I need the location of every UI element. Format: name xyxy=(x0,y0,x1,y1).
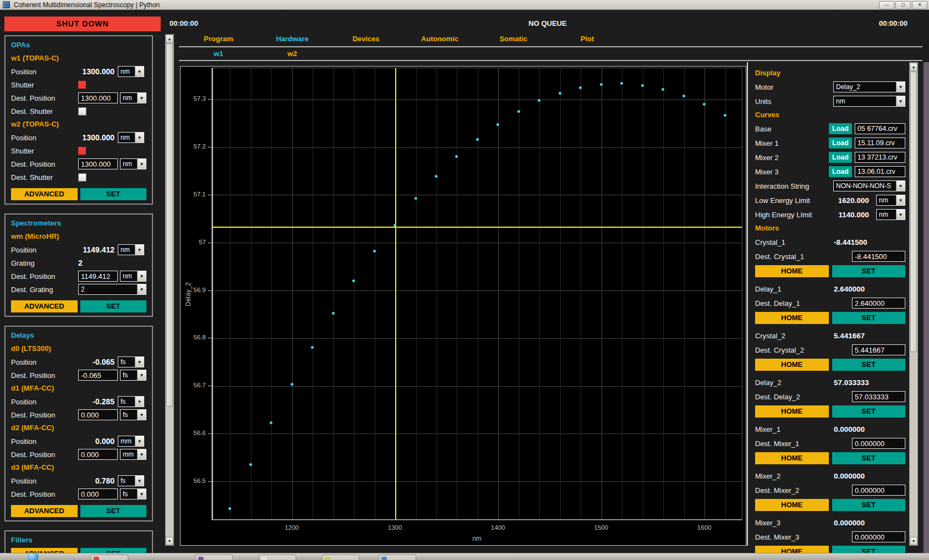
chevron-down-icon[interactable]: ▼ xyxy=(137,370,146,380)
base-load-button[interactable]: Load xyxy=(829,123,852,134)
units-dropdown[interactable]: nm▼ xyxy=(120,92,146,103)
dest-position-input[interactable]: 0.000 xyxy=(78,449,118,460)
units-dropdown[interactable]: fs▼ xyxy=(120,488,146,499)
scroll-down-button[interactable]: ▼ xyxy=(166,537,173,545)
taskbar-item-1[interactable] xyxy=(91,554,128,560)
dest-shutter-checkbox[interactable] xyxy=(78,173,86,182)
units-dropdown[interactable]: nm▼ xyxy=(118,66,144,77)
minimize-button[interactable]: — xyxy=(879,1,894,9)
scroll-up-button[interactable]: ▲ xyxy=(166,35,173,43)
dest-mixer-3-input[interactable]: 0.000000 xyxy=(852,531,905,542)
mixer-1-set-button[interactable]: SET xyxy=(832,452,906,464)
subtab-w1[interactable]: w1 xyxy=(182,49,255,59)
tab-autonomic[interactable]: Autonomic xyxy=(403,34,477,45)
plot-axes[interactable] xyxy=(211,68,742,520)
scroll-down-button[interactable]: ▼ xyxy=(910,537,917,545)
chevron-down-icon[interactable]: ▼ xyxy=(137,271,146,281)
scrollbar-thumb[interactable] xyxy=(166,43,173,407)
dest-mixer-1-input[interactable]: 0.000000 xyxy=(852,438,905,449)
dest-crystal-1-input[interactable]: -8.441500 xyxy=(852,251,905,262)
chevron-down-icon[interactable]: ▼ xyxy=(137,449,146,459)
tab-plot[interactable]: Plot xyxy=(550,34,624,45)
units-dropdown[interactable]: nm▼ xyxy=(118,244,144,255)
scrollbar-thumb[interactable] xyxy=(910,72,917,352)
dest-position-input[interactable]: 1300.000 xyxy=(78,158,118,169)
chevron-down-icon[interactable]: ▼ xyxy=(135,476,144,486)
mixer-2-home-button[interactable]: HOME xyxy=(755,499,829,511)
mixer-1-home-button[interactable]: HOME xyxy=(755,452,829,464)
scroll-up-button[interactable]: ▲ xyxy=(910,63,917,71)
units-dropdown[interactable]: fs▼ xyxy=(120,409,146,420)
mixer-3-set-button[interactable]: SET xyxy=(832,546,906,553)
delay-2-home-button[interactable]: HOME xyxy=(755,405,829,418)
delay-1-home-button[interactable]: HOME xyxy=(755,312,829,324)
chevron-down-icon[interactable]: ▼ xyxy=(135,357,144,367)
shut-down-button[interactable]: SHUT DOWN xyxy=(4,17,161,31)
crystal-2-set-button[interactable]: SET xyxy=(832,359,906,371)
delay-1-set-button[interactable]: SET xyxy=(832,312,906,324)
units-dropdown[interactable]: nm▼ xyxy=(118,132,144,143)
chevron-down-icon[interactable]: ▼ xyxy=(896,82,905,92)
units-dropdown[interactable]: nm▼ xyxy=(833,96,905,107)
tab-program[interactable]: Program xyxy=(182,34,255,45)
mixer-1-load-button[interactable]: Load xyxy=(829,138,852,149)
units-dropdown[interactable]: fs▼ xyxy=(118,356,144,367)
chevron-down-icon[interactable]: ▼ xyxy=(137,93,146,103)
maximize-button[interactable]: ▢ xyxy=(895,1,911,9)
right-scrollbar[interactable]: ▲ ▼ xyxy=(909,62,918,546)
windows-taskbar[interactable] xyxy=(0,553,929,560)
crystal-2-home-button[interactable]: HOME xyxy=(755,359,829,371)
opas-advanced-button[interactable]: ADVANCED xyxy=(11,188,78,200)
crystal-1-set-button[interactable]: SET xyxy=(832,265,906,277)
units-dropdown[interactable]: nm▼ xyxy=(120,158,146,169)
delays-set-button[interactable]: SET xyxy=(80,505,147,517)
spectrometers-set-button[interactable]: SET xyxy=(80,300,147,312)
interaction-string-dropdown[interactable]: NON-NON-NON-S▼ xyxy=(833,180,905,191)
units-dropdown[interactable]: fs▼ xyxy=(118,396,144,407)
mixer-1-curve-file-input[interactable]: 15.11.09.crv xyxy=(855,138,905,149)
dest-position-input[interactable]: 0.000 xyxy=(78,409,118,420)
start-orb[interactable] xyxy=(28,553,39,560)
units-dropdown[interactable]: fs▼ xyxy=(118,475,144,486)
chevron-down-icon[interactable]: ▼ xyxy=(135,245,144,255)
units-dropdown[interactable]: nm▼ xyxy=(876,209,905,220)
chevron-down-icon[interactable]: ▼ xyxy=(135,397,144,407)
units-dropdown[interactable]: fs▼ xyxy=(120,370,146,381)
dest-shutter-checkbox[interactable] xyxy=(78,107,86,116)
mixer-2-load-button[interactable]: Load xyxy=(829,152,852,163)
dest-position-input[interactable]: 1300.000 xyxy=(78,92,118,103)
dest-crystal-2-input[interactable]: 5.441667 xyxy=(852,344,905,355)
left-scrollbar[interactable]: ▲ ▼ xyxy=(165,34,174,546)
dest-position-input[interactable]: 0.000 xyxy=(78,488,118,499)
spectrometers-advanced-button[interactable]: ADVANCED xyxy=(11,300,78,312)
taskbar-item-2[interactable] xyxy=(195,554,233,560)
units-dropdown[interactable]: mm▼ xyxy=(120,449,146,460)
taskbar-item-3[interactable] xyxy=(259,554,296,560)
subtab-w2[interactable]: w2 xyxy=(255,49,329,59)
chevron-down-icon[interactable]: ▼ xyxy=(896,96,905,106)
chevron-down-icon[interactable]: ▼ xyxy=(135,133,144,142)
chevron-down-icon[interactable]: ▼ xyxy=(896,210,905,219)
units-dropdown[interactable]: nm▼ xyxy=(120,271,146,282)
crystal-1-home-button[interactable]: HOME xyxy=(755,265,829,277)
dest-position-input[interactable]: -0.065 xyxy=(78,370,118,381)
delay-2-set-button[interactable]: SET xyxy=(832,405,906,418)
motor-dropdown[interactable]: Delay_2▼ xyxy=(833,81,905,92)
units-dropdown[interactable]: nm▼ xyxy=(876,195,905,206)
chevron-down-icon[interactable]: ▼ xyxy=(137,284,146,294)
tab-devices[interactable]: Devices xyxy=(329,34,403,45)
opas-set-button[interactable]: SET xyxy=(80,188,147,200)
units-dropdown[interactable]: mm▼ xyxy=(118,436,144,447)
mixer-3-home-button[interactable]: HOME xyxy=(755,546,829,553)
delays-advanced-button[interactable]: ADVANCED xyxy=(11,505,78,517)
mixer-3-load-button[interactable]: Load xyxy=(829,166,852,177)
dest-grating-dropdown[interactable]: 2▼ xyxy=(78,284,146,295)
base-curve-file-input[interactable]: 05 67764.crv xyxy=(855,123,905,134)
filters-advanced-button[interactable]: ADVANCED xyxy=(11,548,78,553)
close-button[interactable]: ✕ xyxy=(912,1,927,9)
tab-hardware[interactable]: Hardware xyxy=(255,34,329,45)
dest-delay-1-input[interactable]: 2.640000 xyxy=(852,298,905,309)
filters-set-button[interactable]: SET xyxy=(80,548,147,553)
dest-position-input[interactable]: 1149.412 xyxy=(78,271,118,282)
chevron-down-icon[interactable]: ▼ xyxy=(137,489,146,499)
